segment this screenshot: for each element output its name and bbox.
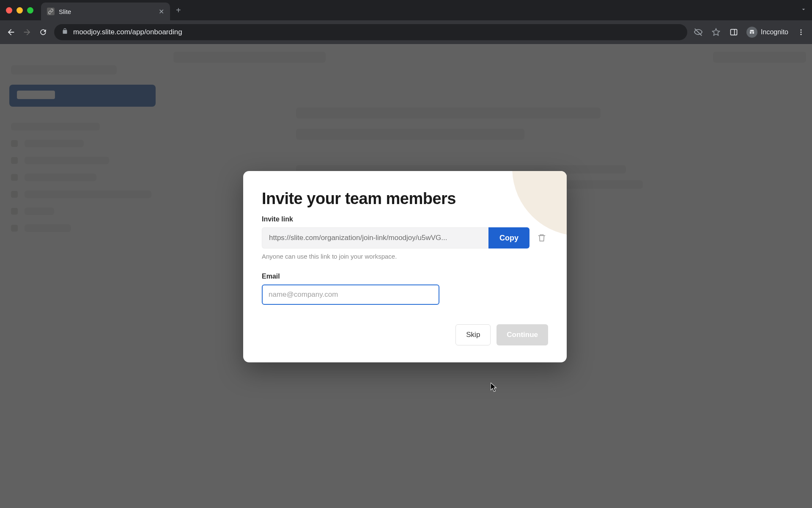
email-input[interactable] — [262, 284, 439, 305]
reload-button[interactable] — [38, 27, 48, 37]
maximize-window-button[interactable] — [27, 7, 33, 14]
invite-link-value[interactable]: https://slite.com/organization/join-link… — [262, 227, 488, 248]
email-label: Email — [262, 273, 548, 280]
close-window-button[interactable] — [6, 7, 12, 14]
window-controls — [6, 7, 33, 14]
tracking-icon[interactable] — [693, 27, 703, 37]
address-bar: moodjoy.slite.com/app/onboarding Incogni… — [0, 20, 812, 44]
svg-rect-2 — [731, 29, 737, 35]
copy-button[interactable]: Copy — [488, 227, 529, 248]
incognito-icon — [746, 27, 757, 38]
lock-icon — [62, 28, 68, 36]
invite-link-label: Invite link — [262, 215, 548, 223]
tab-title: Slite — [59, 8, 154, 15]
url-text: moodjoy.slite.com/app/onboarding — [73, 28, 182, 36]
forward-button[interactable] — [22, 27, 32, 37]
invite-link-field: https://slite.com/organization/join-link… — [262, 227, 529, 248]
modal-title: Invite your team members — [262, 190, 548, 208]
invite-team-modal: Invite your team members Invite link htt… — [243, 171, 567, 362]
sidepanel-icon[interactable] — [729, 27, 739, 37]
svg-point-8 — [801, 34, 802, 35]
app-viewport: Invite your team members Invite link htt… — [0, 44, 812, 508]
svg-point-6 — [801, 29, 802, 30]
delete-link-icon[interactable] — [535, 233, 548, 243]
svg-point-7 — [801, 32, 802, 33]
close-tab-icon[interactable]: ✕ — [159, 8, 164, 16]
svg-point-4 — [750, 32, 752, 34]
menu-icon[interactable] — [796, 27, 806, 37]
minimize-window-button[interactable] — [16, 7, 23, 14]
cursor-icon — [491, 383, 498, 394]
incognito-badge[interactable]: Incognito — [746, 27, 788, 38]
invite-link-hint: Anyone can use this link to join your wo… — [262, 253, 548, 260]
back-button[interactable] — [6, 27, 16, 37]
tab-bar: Slite ✕ + — [0, 0, 812, 20]
tabs-overflow-icon[interactable] — [800, 6, 807, 14]
continue-button[interactable]: Continue — [497, 324, 548, 345]
new-tab-button[interactable]: + — [176, 6, 181, 15]
browser-chrome: Slite ✕ + moodjoy.slite.com/app/onboardi… — [0, 0, 812, 44]
svg-marker-1 — [713, 29, 720, 36]
url-field[interactable]: moodjoy.slite.com/app/onboarding — [54, 24, 687, 40]
browser-tab[interactable]: Slite ✕ — [41, 3, 170, 20]
svg-point-5 — [752, 32, 754, 34]
skip-button[interactable]: Skip — [455, 324, 491, 345]
bookmark-icon[interactable] — [711, 27, 721, 37]
tab-favicon-icon — [47, 8, 55, 15]
incognito-label: Incognito — [761, 28, 788, 36]
